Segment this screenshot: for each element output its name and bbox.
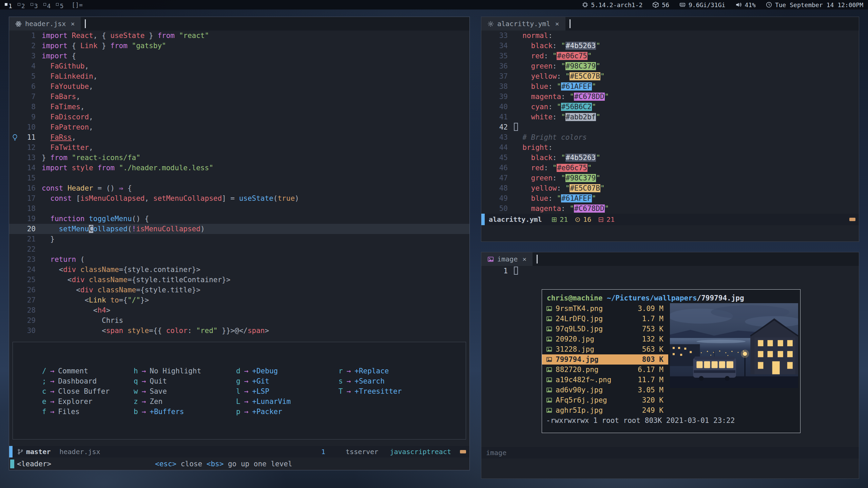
code-line[interactable]: 11 FaRss, <box>9 132 469 142</box>
code-line[interactable]: 16const Header = () ⇒ { <box>9 183 469 193</box>
code-token <box>514 164 531 172</box>
git-removed-icon: ⊟ <box>598 215 604 223</box>
code-line[interactable]: 42 <box>481 122 859 132</box>
code-line[interactable]: 30 <span style={{ color: "red" }}>@</spa… <box>9 326 469 336</box>
code-line[interactable]: 10 FaPatreon, <box>9 122 469 132</box>
code-line[interactable]: 44 bright: <box>481 142 859 153</box>
code-token: : <box>548 82 557 91</box>
code-line[interactable]: 1 <box>481 266 859 276</box>
which-key-popup: /→Comment;→Dashboardc→Close Buffere→Expl… <box>13 342 466 440</box>
code-line[interactable]: 14import style from "./header.module.les… <box>9 163 469 173</box>
code-line[interactable]: 41 white: "#abb2bf" <box>481 112 859 122</box>
code-line[interactable]: 35 red: "#e06c75" <box>481 51 859 61</box>
workspace-tag-3[interactable]: 3 <box>31 2 38 9</box>
code-line[interactable]: 3import { <box>9 51 469 61</box>
code-token: div <box>80 286 93 294</box>
file-row[interactable]: aghr5Ip.jpg249 K <box>542 405 668 415</box>
file-row[interactable]: AFq5r6j.jpeg320 K <box>542 395 668 405</box>
git-branch-icon <box>17 449 23 455</box>
code-line[interactable]: 27 <Link to={"/"}> <box>9 295 469 305</box>
code-line[interactable]: 43 # Bright colors <box>481 132 859 142</box>
code-token: " <box>565 72 570 80</box>
close-icon[interactable]: × <box>522 255 526 263</box>
code-token: , <box>144 194 153 202</box>
file-row[interactable]: 31228.jpg563 K <box>542 344 668 354</box>
code-line[interactable]: 18 <box>9 203 469 214</box>
code-line[interactable]: 1import React, { useState } from "react" <box>9 31 469 41</box>
code-line[interactable]: 20 setMenuCollapsed(!isMenuCollapsed) <box>9 224 469 234</box>
code-line[interactable]: 17 const [isMenuCollapsed, setMenuCollap… <box>9 193 469 203</box>
code-line[interactable]: 15 <box>9 173 469 183</box>
code-line[interactable]: 36 green: "#98C379" <box>481 61 859 71</box>
code-token: setMenu <box>59 225 89 233</box>
file-row[interactable]: a19c482f~.png11.7 M <box>542 375 668 385</box>
code-line[interactable]: 21 } <box>9 234 469 244</box>
code-line[interactable]: 39 magenta: "#C678DD" <box>481 92 859 102</box>
code-line[interactable]: 24 <div className={style.container}> <box>9 265 469 275</box>
workspace-tag-4[interactable]: 4 <box>43 2 51 9</box>
code-token: useState <box>239 194 273 202</box>
code-line[interactable]: 50 magenta: "#C678DD" <box>481 203 859 214</box>
code-token: " <box>557 103 561 111</box>
line-number: 38 <box>493 81 508 92</box>
file-name: 882720.png <box>556 366 625 374</box>
code-line[interactable]: 33 normal: <box>481 31 859 41</box>
file-row[interactable]: 24LrDFQ.jpg1.7 M <box>542 314 668 324</box>
code-line[interactable]: 5 FaLinkedin, <box>9 71 469 81</box>
tab-alacritty-yml[interactable]: alacritty.yml × <box>481 17 565 31</box>
code-buffer[interactable]: 33 normal:34 black: "#4b5263"35 red: "#e… <box>481 31 859 214</box>
code-line[interactable]: 40 cyan: "#56B6C2" <box>481 102 859 112</box>
code-line[interactable]: 22 <box>9 244 469 254</box>
workspace-tag-5[interactable]: 5 <box>56 2 63 9</box>
workspace-tag-2[interactable]: 2 <box>18 2 25 9</box>
image-file-icon <box>546 387 552 393</box>
close-icon[interactable]: × <box>555 20 559 28</box>
code-buffer[interactable]: 1import React, { useState } from "react"… <box>9 31 469 336</box>
code-token: yellow <box>531 72 557 80</box>
lsp-server: tsserver <box>346 448 378 456</box>
code-token: : <box>557 72 565 80</box>
code-line[interactable]: 25 <div className={style.titleContainer}… <box>9 275 469 285</box>
code-line[interactable]: 19 function toggleMenu() { <box>9 214 469 224</box>
code-line[interactable]: 37 yellow: "#E5C07B" <box>481 71 859 81</box>
file-row[interactable]: 9rsmTK4.png3.09 M <box>542 304 668 314</box>
tab-image[interactable]: image × <box>481 252 533 266</box>
code-line[interactable]: 45 black: "#4b5263" <box>481 153 859 163</box>
file-row[interactable]: 799794.jpg803 K <box>542 354 668 365</box>
layout-indicator[interactable]: []= <box>72 1 83 8</box>
code-line[interactable]: 23 return ( <box>9 254 469 265</box>
code-line[interactable]: 6 FaYoutube, <box>9 81 469 92</box>
code-line[interactable]: 4 FaGithub, <box>9 61 469 71</box>
code-line[interactable]: 26 <div className={style.title}> <box>9 285 469 295</box>
code-line[interactable]: 7 FaBars, <box>9 92 469 102</box>
close-icon[interactable]: × <box>71 20 75 28</box>
workspace-tag-1[interactable]: 1 <box>5 2 12 9</box>
file-row[interactable]: 882720.png6.17 M <box>542 365 668 375</box>
code-line[interactable]: 47 green: "#98C379" <box>481 173 859 183</box>
code-line[interactable]: 28 <h4> <box>9 305 469 315</box>
code-line[interactable]: 46 red: "#e06c75" <box>481 163 859 173</box>
tab-header-jsx[interactable]: header.jsx × <box>9 17 81 31</box>
code-line[interactable]: 12 FaTwitter, <box>9 142 469 153</box>
file-row[interactable]: 20920.jpg132 K <box>542 334 668 344</box>
code-line[interactable]: 34 black: "#4b5263" <box>481 41 859 51</box>
code-buffer[interactable]: 1 <box>481 266 859 276</box>
code-line[interactable]: 8 FaTimes, <box>9 102 469 112</box>
file-row[interactable]: 97q9L5D.jpg753 K <box>542 324 668 334</box>
code-line[interactable]: 49 blue: "#61AFEF" <box>481 193 859 203</box>
code-token: FaTwitter <box>50 143 89 152</box>
file-row[interactable]: ad6v90y.jpg3.05 M <box>542 385 668 395</box>
file-size: 1.7 M <box>625 315 668 323</box>
line-number: 6 <box>21 81 36 92</box>
git-removed-count: 21 <box>606 215 615 223</box>
code-line[interactable]: 2import { Link } from "gatsby" <box>9 41 469 51</box>
code-line[interactable]: 9 FaDiscord, <box>9 112 469 122</box>
code-line[interactable]: 13} from "react-icons/fa" <box>9 153 469 163</box>
code-token: " <box>592 103 596 111</box>
code-line[interactable]: 38 blue: "#61AFEF" <box>481 81 859 92</box>
lightbulb-icon[interactable] <box>9 134 21 141</box>
code-token <box>175 32 179 40</box>
code-line[interactable]: 29 Chris <box>9 315 469 326</box>
which-key-column: r→+Replaces→+SearchT→+Treesitter <box>339 366 402 396</box>
code-line[interactable]: 48 yellow: "#E5C07B" <box>481 183 859 193</box>
